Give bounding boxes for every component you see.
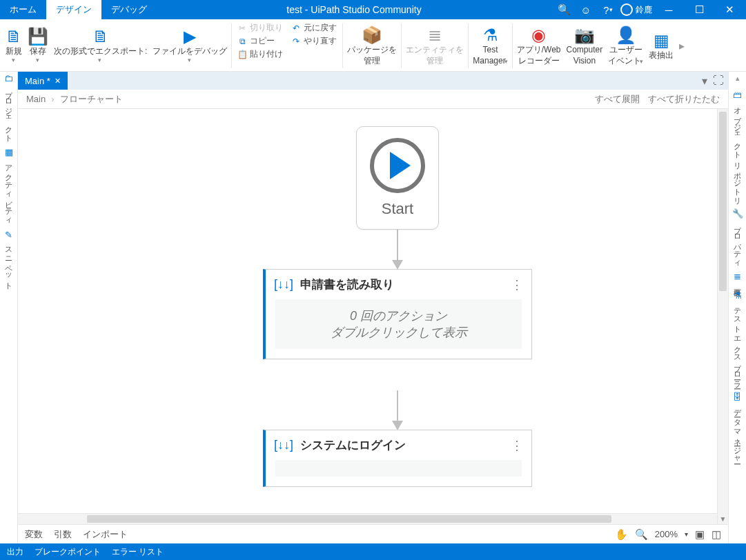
collapse-all-button[interactable]: すべて折りたたむ xyxy=(648,93,720,106)
app-web-recorder-button[interactable]: ◉ アプリ/Web レコーダー xyxy=(514,21,564,71)
activity-body[interactable]: 0 回のアクション ダブルクリックして表示 xyxy=(275,299,522,349)
redo-icon: ↷ xyxy=(291,37,301,46)
main-area: 🗀プロジェクト ▦アクティビティ ✎スニペット Main * ✕ ▾⛶ Main… xyxy=(0,72,746,543)
tab-home[interactable]: ホーム xyxy=(0,0,46,19)
breadcrumb-root[interactable]: Main xyxy=(26,94,46,104)
fit-to-screen-icon[interactable]: ▣ xyxy=(695,528,705,541)
manage-entities-button: ≣ エンティティを 管理 xyxy=(403,21,467,71)
cut-icon: ✂ xyxy=(237,23,247,33)
left-panel-tabs: 🗀プロジェクト ▦アクティビティ ✎スニペット xyxy=(0,72,18,543)
minimize-button[interactable]: ─ xyxy=(655,0,683,19)
pan-icon[interactable]: ✋ xyxy=(615,528,628,541)
zoom-icon[interactable]: 🔍 xyxy=(635,528,648,541)
close-button[interactable]: ✕ xyxy=(716,0,743,19)
main-tabs: ホーム デザイン デバッグ xyxy=(0,0,157,19)
save-button[interactable]: 💾 保存▾ xyxy=(25,21,51,71)
activity-read-application[interactable]: [↓↓] 申請書を読み取り ⋮ 0 回のアクション ダブルクリックして表示 xyxy=(263,269,532,359)
status-bar: 出力 ブレークポイント エラー リスト xyxy=(0,543,746,560)
undo-button[interactable]: ↶元に戻す xyxy=(291,22,337,34)
overview-icon[interactable]: ◫ xyxy=(711,528,721,541)
test-manager-button[interactable]: ⚗ Test Manager▾ xyxy=(470,21,510,71)
record-icon: ◉ xyxy=(531,26,546,45)
tab-debug[interactable]: デバッグ xyxy=(101,0,157,19)
close-icon[interactable]: ✕ xyxy=(55,77,61,86)
user-badge[interactable]: 👤 鈴鹿 xyxy=(620,3,652,16)
right-panel-tabs: ▴ 🗃オブジェクト リポジトリ 🔧プロパティ ≣概要 ⚗テスト エクスプローラー… xyxy=(728,72,746,543)
search-icon[interactable]: 🔍 xyxy=(554,0,573,19)
package-icon: 📦 xyxy=(362,26,382,45)
sequence-icon: [↓↓] xyxy=(274,438,293,452)
feedback-icon[interactable]: ☺ xyxy=(576,0,596,19)
canvas[interactable]: Start [↓↓] 申請書を読み取り ⋮ 0 回のアクション xyxy=(18,109,728,524)
activities-icon: ▦ xyxy=(5,147,13,157)
status-error-list[interactable]: エラー リスト xyxy=(112,546,164,558)
window-title: test - UiPath Studio Community xyxy=(157,0,551,19)
user-events-button[interactable]: 👤 ユーザー イベント▾ xyxy=(605,21,646,71)
kebab-menu-icon[interactable]: ⋮ xyxy=(511,277,523,292)
copy-button[interactable]: ⧉コピー xyxy=(237,35,283,47)
table-extract-button[interactable]: ▦ 表抽出 xyxy=(646,21,676,71)
scroll-up-icon[interactable]: ▴ xyxy=(729,73,746,83)
arguments-tab[interactable]: 引数 xyxy=(54,528,72,541)
activity-body[interactable] xyxy=(275,460,522,477)
ribbon-scroll-right-icon[interactable]: ▸ xyxy=(676,21,687,71)
title-right-controls: 🔍 ☺ ?▾ 👤 鈴鹿 ─ ☐ ✕ xyxy=(551,0,746,19)
save-icon: 💾 xyxy=(28,27,48,46)
doc-tab-main[interactable]: Main * ✕ xyxy=(18,72,68,90)
panel-tab-properties[interactable]: 🔧プロパティ xyxy=(732,208,743,264)
status-breakpoints[interactable]: ブレークポイント xyxy=(35,546,101,558)
wrench-icon: 🔧 xyxy=(732,208,743,219)
panel-tab-object-repo[interactable]: 🗃オブジェクト リポジトリ xyxy=(732,90,743,201)
designer: Main * ✕ ▾⛶ Main › フローチャート すべて展開 すべて折りたた… xyxy=(18,72,728,543)
start-circle-icon xyxy=(370,138,425,193)
redo-button[interactable]: ↷やり直す xyxy=(291,35,337,47)
paste-button[interactable]: 📋貼り付け xyxy=(237,48,283,60)
panel-tab-snippets[interactable]: ✎スニペット xyxy=(3,230,14,286)
undo-group: ↶元に戻す ↷やり直す x xyxy=(287,21,341,71)
maximize-button[interactable]: ☐ xyxy=(685,0,713,19)
list-icon: ≣ xyxy=(734,271,741,281)
scroll-thumb[interactable] xyxy=(87,515,611,523)
activity-title: システムにログイン xyxy=(300,437,406,453)
doc-tabs-overflow[interactable]: ▾⛶ xyxy=(698,72,728,90)
panel-tab-data-manager[interactable]: 🗄データ マネージャー xyxy=(732,392,743,460)
doc-tab-label: Main * xyxy=(25,76,50,86)
manage-packages-button[interactable]: 📦 パッケージを 管理 xyxy=(344,21,400,71)
imports-tab[interactable]: インポート xyxy=(83,528,128,541)
variables-tab[interactable]: 変数 xyxy=(25,528,43,541)
expand-all-button[interactable]: すべて展開 xyxy=(595,93,640,106)
panel-tab-test-explorer[interactable]: ⚗テスト エクスプローラー xyxy=(732,290,743,385)
clipboard-group: ✂切り取り ⧉コピー 📋貼り付け xyxy=(233,21,287,71)
scroll-down-icon[interactable]: ▼ xyxy=(718,513,728,524)
new-button[interactable]: 🗎 新規▾ xyxy=(3,21,25,71)
export-as-button[interactable]: 🗎 次の形式でエクスポート:▾ xyxy=(51,21,150,71)
flask-icon: ⚗ xyxy=(734,290,742,301)
vertical-scrollbar[interactable]: ▲ ▼ xyxy=(717,109,728,524)
activity-system-login[interactable]: [↓↓] システムにログイン ⋮ xyxy=(263,430,532,487)
data-icon: 🗄 xyxy=(733,392,742,402)
debug-file-label: ファイルをデバッグ xyxy=(153,46,227,57)
scroll-thumb[interactable] xyxy=(719,112,727,291)
variables-bar: 変数 引数 インポート ✋ 🔍 200% ▾ ▣ ◫ xyxy=(18,524,728,543)
connector-arrow xyxy=(397,390,398,423)
zoom-value[interactable]: 200% xyxy=(655,529,678,539)
help-icon[interactable]: ?▾ xyxy=(598,0,618,19)
cut-button[interactable]: ✂切り取り xyxy=(237,22,283,34)
kebab-menu-icon[interactable]: ⋮ xyxy=(511,438,523,453)
horizontal-scrollbar[interactable] xyxy=(18,513,717,524)
chevron-down-icon[interactable]: ▾ xyxy=(685,530,688,538)
panel-tab-outline[interactable]: ≣概要 xyxy=(732,271,743,283)
export-label: 次の形式でエクスポート: xyxy=(54,46,147,57)
panel-tab-project[interactable]: 🗀プロジェクト xyxy=(3,73,14,139)
debug-file-button[interactable]: ▶ ファイルをデバッグ▾ xyxy=(150,21,230,71)
computer-vision-button[interactable]: 📷 Computer Vision xyxy=(564,21,606,71)
breadcrumb-child[interactable]: フローチャート xyxy=(60,93,123,106)
start-label: Start xyxy=(382,200,413,218)
status-output[interactable]: 出力 xyxy=(7,546,23,558)
tab-design[interactable]: デザイン xyxy=(46,0,101,19)
canvas-wrap: Start [↓↓] 申請書を読み取り ⋮ 0 回のアクション xyxy=(18,109,728,524)
chevron-right-icon: › xyxy=(51,94,54,104)
panel-tab-activities[interactable]: ▦アクティビティ xyxy=(3,147,14,221)
connector-arrow xyxy=(397,230,398,263)
start-node[interactable]: Start xyxy=(356,126,439,230)
